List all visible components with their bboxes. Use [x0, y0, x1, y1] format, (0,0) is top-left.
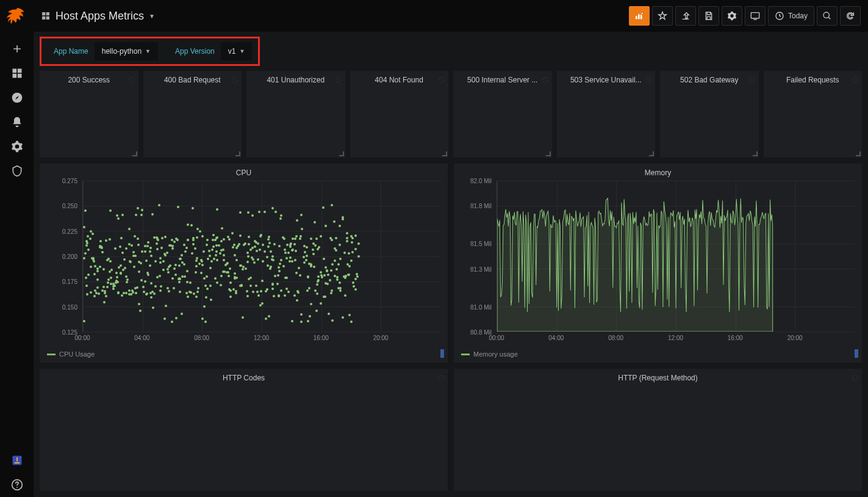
time-range-label: Today [788, 12, 808, 20]
svg-point-8 [335, 78, 340, 82]
sidebar [0, 0, 34, 497]
clock-icon [775, 11, 784, 21]
var-app-version-dropdown[interactable]: v1 ▼ [221, 42, 253, 60]
stat-panel-title: 404 Not Found [350, 71, 449, 87]
legend-scrollbar[interactable] [440, 349, 444, 358]
resize-handle[interactable] [649, 151, 654, 156]
dashboard-body: App Name hello-python ▼ App Version v1 ▼… [34, 32, 868, 497]
loading-icon [852, 74, 858, 81]
svg-point-9 [439, 78, 444, 82]
star-button[interactable] [652, 6, 673, 26]
add-panel-button[interactable] [629, 6, 650, 26]
resize-handle[interactable] [132, 151, 137, 156]
resize-handle[interactable] [546, 151, 551, 156]
nav-help[interactable] [5, 473, 29, 497]
nav-configuration[interactable] [5, 134, 29, 159]
http-codes-panel[interactable]: HTTP Codes [40, 369, 448, 491]
chevron-down-icon: ▼ [145, 48, 151, 54]
svg-point-15 [853, 375, 858, 380]
memory-chart-area [497, 181, 855, 332]
nav-user-avatar[interactable] [5, 448, 29, 473]
stat-panel-title: 400 Bad Request [143, 71, 242, 87]
chevron-down-icon: ▼ [239, 48, 245, 54]
loading-icon [645, 74, 651, 81]
cpu-legend-label: CPU Usage [59, 350, 95, 358]
topbar: Host Apps Metrics ▼ Today [34, 0, 868, 32]
cpu-legend: CPU Usage [47, 350, 95, 358]
nav-dashboards[interactable] [5, 61, 29, 85]
var-app-version-label: App Version [169, 42, 221, 60]
memory-legend-label: Memory usage [473, 350, 518, 358]
stat-panel[interactable]: 400 Bad Request [143, 71, 242, 158]
top-toolbar: Today [629, 6, 861, 26]
loading-icon [542, 74, 548, 81]
svg-point-10 [542, 78, 547, 82]
loading-icon [438, 372, 444, 379]
template-variables-row: App Name hello-python ▼ App Version v1 ▼ [40, 37, 260, 66]
loading-icon [749, 74, 755, 81]
dashboard-title: Host Apps Metrics [56, 10, 144, 23]
memory-legend: Memory usage [461, 350, 518, 358]
var-app-name-label: App Name [48, 42, 95, 60]
nav-explore[interactable] [5, 85, 29, 110]
stat-panel[interactable]: 503 Service Unavail... [557, 71, 656, 158]
tv-mode-button[interactable] [745, 6, 766, 26]
nav-create[interactable] [5, 37, 29, 61]
grafana-logo[interactable] [5, 6, 29, 31]
resize-handle[interactable] [339, 151, 344, 156]
stat-panel[interactable]: 200 Success [40, 71, 138, 158]
stat-panel-title: 200 Success [40, 71, 138, 87]
loading-icon [335, 74, 342, 81]
stat-panel-title: 401 Unauthorized [246, 71, 345, 87]
refresh-button[interactable] [840, 6, 861, 26]
svg-rect-3 [751, 13, 759, 18]
settings-button[interactable] [722, 6, 742, 26]
svg-point-6 [129, 78, 134, 82]
cpu-legend-swatch [47, 354, 56, 355]
svg-point-13 [853, 78, 858, 82]
svg-point-5 [823, 12, 829, 18]
zoom-out-button[interactable] [817, 6, 838, 26]
resize-handle[interactable] [753, 151, 758, 156]
dashboard-title-button[interactable]: Host Apps Metrics ▼ [41, 10, 155, 23]
resize-handle[interactable] [856, 151, 861, 156]
memory-panel[interactable]: Memory 80.8 Mil81.0 Mil81.3 Mil81.5 Mil8… [454, 164, 862, 363]
stat-panel-title: Failed Requests [764, 71, 863, 87]
nav-alerting[interactable] [5, 110, 29, 134]
var-app-version-value: v1 [228, 47, 236, 56]
stat-panel[interactable]: 404 Not Found [350, 71, 449, 158]
http-method-title: HTTP (Request Method) [454, 369, 862, 385]
resize-handle[interactable] [235, 151, 240, 156]
nav-admin[interactable] [5, 159, 29, 183]
svg-point-12 [749, 78, 754, 82]
memory-legend-swatch [461, 354, 470, 355]
cpu-panel-title: CPU [40, 164, 448, 180]
cpu-chart-area [82, 181, 440, 332]
loading-icon [232, 74, 238, 81]
cpu-panel[interactable]: CPU 0.1250.1500.1750.2000.2250.2500.275 … [40, 164, 448, 363]
resize-handle[interactable] [442, 151, 447, 156]
var-app-name-value: hello-python [102, 47, 142, 56]
legend-scrollbar[interactable] [855, 349, 858, 358]
loading-icon [439, 74, 445, 81]
stat-panel[interactable]: 401 Unauthorized [246, 71, 345, 158]
chevron-down-icon: ▼ [149, 13, 155, 20]
http-method-panel[interactable]: HTTP (Request Method) [454, 369, 862, 491]
share-button[interactable] [675, 6, 696, 26]
loading-icon [852, 372, 858, 379]
svg-point-7 [232, 78, 237, 82]
time-picker-button[interactable]: Today [768, 6, 814, 26]
stat-panels-row: 200 Success 400 Bad Request 401 Unauthor… [40, 71, 862, 158]
svg-point-11 [646, 78, 651, 82]
stat-panel[interactable]: 502 Bad Gateway [660, 71, 759, 158]
stat-panel[interactable]: 500 Internal Server ... [453, 71, 552, 158]
stat-panel-title: 503 Service Unavail... [557, 71, 656, 87]
memory-panel-title: Memory [454, 164, 862, 180]
dashboard-icon [41, 11, 51, 21]
loading-icon [129, 74, 135, 81]
svg-point-14 [439, 375, 443, 380]
save-button[interactable] [698, 6, 719, 26]
var-app-name-dropdown[interactable]: hello-python ▼ [95, 42, 158, 60]
stat-panel-title: 502 Bad Gateway [660, 71, 759, 87]
stat-panel[interactable]: Failed Requests [764, 71, 863, 158]
